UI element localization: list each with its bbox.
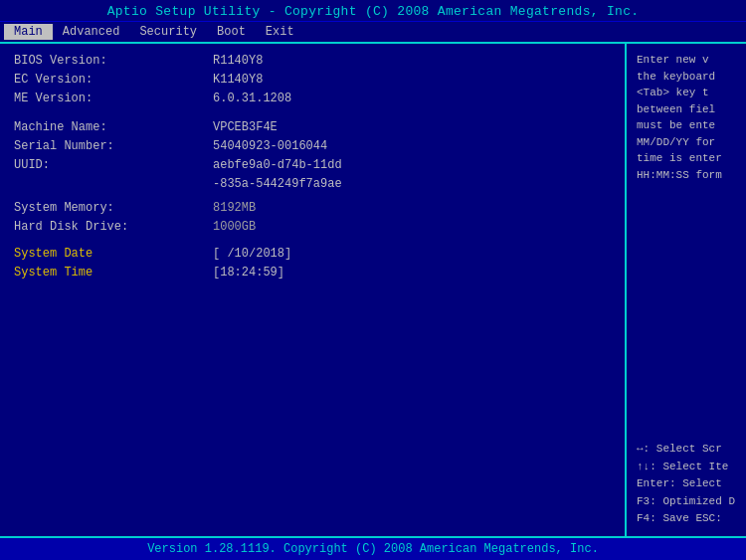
serial-number-row: Serial Number: 54040923-0016044 (14, 139, 611, 156)
system-date-row[interactable]: System Date [ /10/2018] (14, 247, 611, 264)
key-legend-line2: ↑↓: Select Ite (637, 459, 738, 476)
system-date-label: System Date (14, 247, 213, 264)
serial-number-value: 54040923-0016044 (213, 139, 611, 156)
system-time-label: System Time (14, 266, 213, 282)
bios-version-label: BIOS Version: (14, 54, 213, 71)
system-memory-row: System Memory: 8192MB (14, 201, 611, 218)
left-panel: BIOS Version: R1140Y8 EC Version: K1140Y… (0, 44, 627, 536)
machine-name-value: VPCEB3F4E (213, 120, 611, 137)
help-line8: HH:MM:SS form (637, 167, 738, 184)
ec-version-row: EC Version: K1140Y8 (14, 73, 611, 90)
menu-item-main[interactable]: Main (4, 24, 53, 40)
me-version-value: 6.0.31.1208 (213, 92, 611, 108)
help-line6: MM/DD/YY for (637, 134, 738, 151)
help-line5: must be ente (637, 117, 738, 134)
machine-name-row: Machine Name: VPCEB3F4E (14, 120, 611, 137)
help-line7: time is enter (637, 150, 738, 167)
ec-version-value: K1140Y8 (213, 73, 611, 90)
main-content: BIOS Version: R1140Y8 EC Version: K1140Y… (0, 44, 746, 536)
menu-item-security[interactable]: Security (129, 24, 207, 40)
system-date-value[interactable]: [ /10/2018] (213, 247, 291, 264)
right-panel: Enter new v the keyboard <Tab> key t bet… (627, 44, 746, 536)
menu-bar: Main Advanced Security Boot Exit (0, 22, 746, 44)
bottom-text: Version 1.28.1119. Copyright (C) 2008 Am… (147, 542, 599, 556)
menu-item-exit[interactable]: Exit (256, 24, 304, 40)
uuid-value-line1: aebfe9a0-d74b-11dd (213, 158, 611, 175)
system-memory-label: System Memory: (14, 201, 213, 218)
hard-disk-value: 1000GB (213, 220, 611, 237)
hard-disk-row: Hard Disk Drive: 1000GB (14, 220, 611, 237)
title-bar: Aptio Setup Utility - Copyright (C) 2008… (0, 0, 746, 22)
uuid-value-line2: -835a-544249f7a9ae (213, 177, 342, 191)
key-legend-line5: F4: Save ESC: (637, 510, 738, 528)
key-legend-line1: ↔: Select Scr (637, 441, 738, 459)
help-line3: <Tab> key t (637, 85, 738, 101)
system-time-row[interactable]: System Time [18:24:59] (14, 266, 611, 282)
bottom-bar: Version 1.28.1119. Copyright (C) 2008 Am… (0, 536, 746, 560)
system-memory-value: 8192MB (213, 201, 611, 218)
key-legend: ↔: Select Scr ↑↓: Select Ite Enter: Sele… (637, 441, 738, 528)
key-legend-line4: F3: Optimized D (637, 493, 738, 511)
help-line2: the keyboard (637, 69, 738, 86)
help-line4: between fiel (637, 101, 738, 118)
menu-item-advanced[interactable]: Advanced (53, 24, 130, 40)
uuid-continuation: -835a-544249f7a9ae (14, 177, 611, 191)
machine-name-label: Machine Name: (14, 120, 213, 137)
me-version-row: ME Version: 6.0.31.1208 (14, 92, 611, 108)
menu-item-boot[interactable]: Boot (207, 24, 256, 40)
serial-number-label: Serial Number: (14, 139, 213, 156)
help-text: Enter new v the keyboard <Tab> key t bet… (637, 52, 738, 433)
system-time-value[interactable]: [18:24:59] (213, 266, 284, 282)
help-line1: Enter new v (637, 52, 738, 69)
me-version-label: ME Version: (14, 92, 213, 108)
bios-version-row: BIOS Version: R1140Y8 (14, 54, 611, 71)
hard-disk-label: Hard Disk Drive: (14, 220, 213, 237)
title-text: Aptio Setup Utility - Copyright (C) 2008… (107, 4, 640, 19)
bios-version-value: R1140Y8 (213, 54, 611, 71)
key-legend-line3: Enter: Select (637, 475, 738, 493)
uuid-label: UUID: (14, 158, 213, 175)
uuid-row: UUID: aebfe9a0-d74b-11dd (14, 158, 611, 175)
ec-version-label: EC Version: (14, 73, 213, 90)
